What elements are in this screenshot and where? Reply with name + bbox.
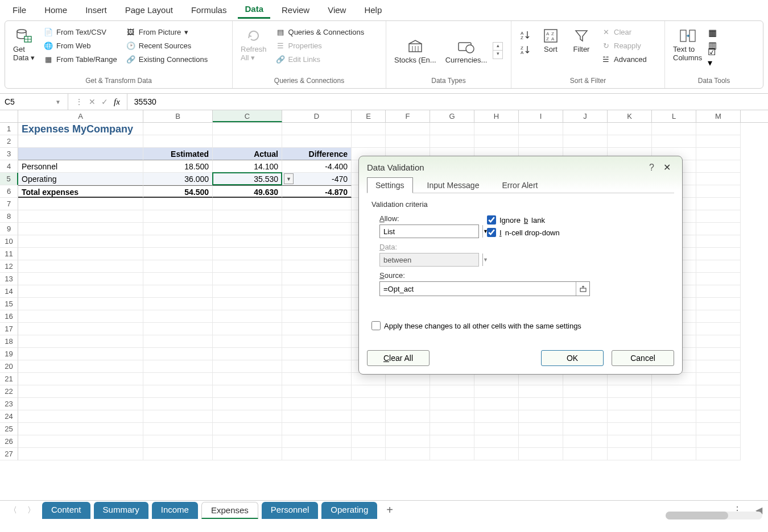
from-text-csv-button[interactable]: 📄From Text/CSV: [40, 26, 121, 38]
ignore-blank-checkbox[interactable]: Ignore blank: [487, 215, 560, 225]
ok-button[interactable]: OK: [541, 350, 604, 366]
sheet-nav-prev[interactable]: 〈: [6, 505, 20, 516]
row-header[interactable]: 12: [0, 260, 18, 273]
cell[interactable]: [652, 423, 696, 435]
sheet-tab-summary[interactable]: Summary: [94, 502, 148, 519]
cell[interactable]: [696, 373, 741, 385]
cell[interactable]: [18, 260, 143, 273]
cell[interactable]: [213, 323, 282, 335]
row-header[interactable]: 20: [0, 360, 18, 373]
cell[interactable]: [143, 423, 213, 435]
cell[interactable]: [213, 248, 282, 260]
formula-input[interactable]: 35530: [127, 97, 768, 106]
cell[interactable]: [430, 398, 474, 410]
currencies-button[interactable]: Currencies...: [442, 36, 491, 65]
cell[interactable]: [213, 348, 282, 360]
cell[interactable]: [696, 248, 741, 260]
cell[interactable]: [696, 148, 741, 160]
dialog-tab-settings[interactable]: Settings: [367, 177, 413, 193]
cell[interactable]: Operating: [18, 173, 143, 185]
cell[interactable]: [386, 423, 430, 435]
cell[interactable]: [213, 398, 282, 410]
cell[interactable]: [18, 373, 143, 385]
cell[interactable]: [608, 135, 652, 148]
cell[interactable]: [143, 235, 213, 248]
cell[interactable]: [608, 410, 652, 423]
cell[interactable]: [563, 123, 608, 135]
menu-item-formulas[interactable]: Formulas: [184, 2, 234, 18]
row-header[interactable]: 15: [0, 298, 18, 310]
cell[interactable]: [386, 435, 430, 448]
cell[interactable]: [430, 448, 474, 460]
cell[interactable]: [430, 385, 474, 398]
cell[interactable]: [652, 410, 696, 423]
cell[interactable]: [474, 398, 519, 410]
cell[interactable]: [474, 385, 519, 398]
cell[interactable]: [696, 298, 741, 310]
cell[interactable]: [143, 435, 213, 448]
cell[interactable]: [352, 410, 386, 423]
existing-connections-button[interactable]: 🔗Existing Connections: [123, 53, 211, 65]
cell[interactable]: [213, 135, 282, 148]
dialog-tab-input-message[interactable]: Input Message: [419, 177, 488, 193]
cell[interactable]: [696, 360, 741, 373]
cell[interactable]: [213, 385, 282, 398]
data-types-spinner[interactable]: ▴▾: [493, 42, 503, 59]
row-header[interactable]: 5: [0, 173, 18, 185]
cell[interactable]: [213, 210, 282, 223]
column-header[interactable]: F: [386, 110, 430, 122]
cell[interactable]: [18, 298, 143, 310]
sort-desc-button[interactable]: ZA: [516, 43, 534, 56]
cell[interactable]: [352, 423, 386, 435]
cell[interactable]: [18, 323, 143, 335]
cell[interactable]: [608, 123, 652, 135]
cell[interactable]: [282, 248, 352, 260]
row-header[interactable]: 7: [0, 198, 18, 210]
cell[interactable]: [563, 373, 608, 385]
cell[interactable]: [18, 210, 143, 223]
filter-button[interactable]: Filter: [567, 26, 596, 55]
column-header[interactable]: G: [430, 110, 474, 122]
cell[interactable]: [18, 148, 143, 160]
cell[interactable]: [608, 448, 652, 460]
cell[interactable]: [519, 448, 563, 460]
cell[interactable]: [386, 448, 430, 460]
cell[interactable]: [18, 273, 143, 285]
column-header[interactable]: A: [18, 110, 143, 122]
sheet-tab-income[interactable]: Income: [152, 502, 198, 519]
cell[interactable]: [696, 285, 741, 298]
column-header[interactable]: E: [352, 110, 386, 122]
cell[interactable]: [143, 398, 213, 410]
dialog-tab-error-alert[interactable]: Error Alert: [493, 177, 546, 193]
cell[interactable]: Difference: [282, 148, 352, 160]
cell[interactable]: [213, 423, 282, 435]
cell[interactable]: [18, 423, 143, 435]
cell[interactable]: [282, 373, 352, 385]
cell[interactable]: [282, 123, 352, 135]
cell[interactable]: [563, 398, 608, 410]
cell[interactable]: 36.000: [143, 173, 213, 185]
cell[interactable]: [474, 123, 519, 135]
column-header[interactable]: M: [696, 110, 741, 122]
row-header[interactable]: 14: [0, 285, 18, 298]
cell[interactable]: [18, 248, 143, 260]
cell[interactable]: [352, 398, 386, 410]
cell[interactable]: [652, 435, 696, 448]
cell[interactable]: [696, 398, 741, 410]
cell[interactable]: [696, 423, 741, 435]
cell[interactable]: [18, 135, 143, 148]
row-header[interactable]: 11: [0, 248, 18, 260]
cell[interactable]: [282, 435, 352, 448]
cell[interactable]: [282, 448, 352, 460]
column-header[interactable]: J: [563, 110, 608, 122]
sheet-tab-expenses[interactable]: Expenses: [201, 502, 258, 519]
cell[interactable]: [282, 385, 352, 398]
column-header[interactable]: D: [282, 110, 352, 122]
cell[interactable]: 54.500: [143, 185, 213, 198]
cell[interactable]: [696, 323, 741, 335]
cell[interactable]: [143, 210, 213, 223]
clear-all-button[interactable]: Clear All: [367, 350, 430, 366]
cell[interactable]: [652, 135, 696, 148]
cell[interactable]: [213, 198, 282, 210]
menu-item-insert[interactable]: Insert: [79, 2, 114, 18]
